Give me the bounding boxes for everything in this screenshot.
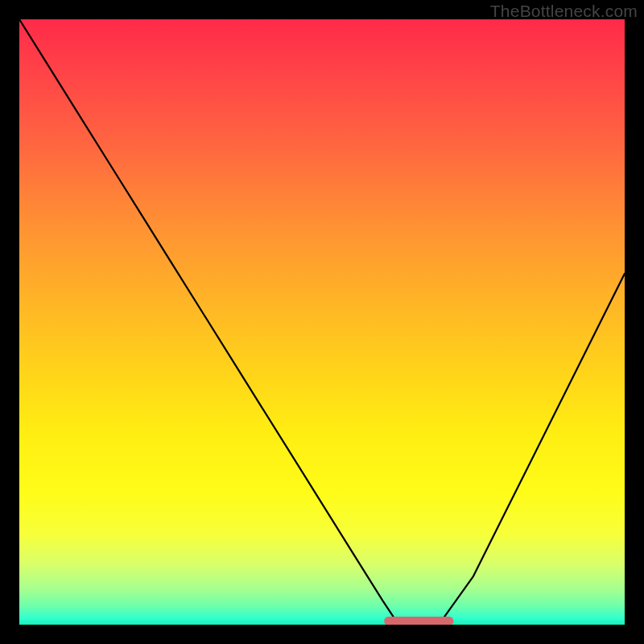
chart-frame: TheBottleneck.com xyxy=(0,0,644,644)
background-gradient xyxy=(19,19,625,625)
plot-area xyxy=(19,19,625,625)
watermark-text: TheBottleneck.com xyxy=(490,2,638,21)
